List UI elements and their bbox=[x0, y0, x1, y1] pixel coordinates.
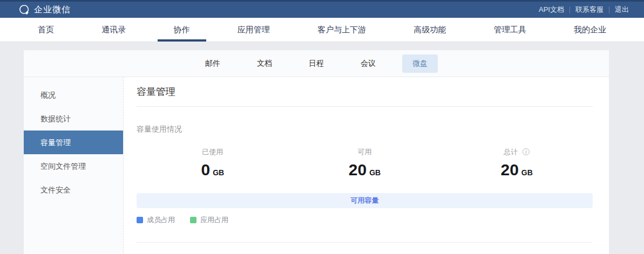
sidebar-item-space-file-management[interactable]: 空间文件管理 bbox=[24, 154, 123, 178]
api-docs-link[interactable]: API文档 bbox=[533, 5, 570, 15]
divider bbox=[137, 106, 593, 107]
stat-total-unit: GB bbox=[521, 168, 533, 177]
wecom-chat-bubble-icon bbox=[18, 4, 30, 16]
tab-meeting[interactable]: 会议 bbox=[350, 54, 386, 73]
tab-calendar[interactable]: 日程 bbox=[299, 54, 334, 73]
stat-total-label-text: 总计 bbox=[504, 148, 518, 156]
info-icon[interactable]: i bbox=[523, 148, 530, 155]
nav-item-collaboration[interactable]: 协作 bbox=[170, 18, 194, 42]
brand: 企业微信 bbox=[18, 4, 71, 16]
collaboration-subtabs: 邮件 文档 日程 会议 微盘 bbox=[24, 50, 609, 77]
topbar-links: API文档 联系客服 退出 bbox=[533, 5, 634, 15]
stat-total-value-row: 20GB bbox=[440, 161, 593, 179]
stat-used-value-row: 0GB bbox=[137, 161, 289, 179]
tab-mail[interactable]: 邮件 bbox=[195, 54, 231, 73]
content-card: 邮件 文档 日程 会议 微盘 概况 数据统计 容量管理 空间文件管理 文件安全 … bbox=[24, 50, 609, 254]
stat-used-label: 已使用 bbox=[137, 147, 289, 157]
nav-item-customers[interactable]: 客户与上下游 bbox=[313, 18, 370, 42]
divider bbox=[137, 242, 593, 243]
app-usage-swatch bbox=[190, 217, 196, 223]
tab-drive[interactable]: 微盘 bbox=[402, 54, 438, 73]
app-usage-label: 应用占用 bbox=[200, 215, 228, 225]
stat-used-unit: GB bbox=[213, 168, 224, 177]
logout-link[interactable]: 退出 bbox=[609, 5, 634, 15]
topbar: 企业微信 API文档 联系客服 退出 bbox=[0, 0, 644, 18]
member-usage-swatch bbox=[137, 217, 143, 223]
stat-total-value: 20 bbox=[500, 161, 518, 179]
member-usage-label: 成员占用 bbox=[147, 215, 175, 225]
stat-used: 已使用 0GB bbox=[137, 147, 289, 179]
stat-used-value: 0 bbox=[201, 161, 210, 179]
nav-item-admin-tools[interactable]: 管理工具 bbox=[490, 18, 531, 42]
brand-name: 企业微信 bbox=[34, 4, 71, 16]
capacity-bar-label: 可用容量 bbox=[351, 196, 379, 205]
sidebar-item-file-security[interactable]: 文件安全 bbox=[24, 178, 123, 202]
nav-item-my-company[interactable]: 我的企业 bbox=[570, 18, 611, 42]
capacity-legend: 成员占用 应用占用 bbox=[137, 215, 593, 225]
stat-available: 可用 20GB bbox=[289, 147, 441, 179]
stat-available-value: 20 bbox=[349, 161, 367, 179]
legend-item-app-usage: 应用占用 bbox=[190, 215, 228, 225]
card-body: 概况 数据统计 容量管理 空间文件管理 文件安全 容量管理 容量使用情况 已使用… bbox=[24, 77, 609, 253]
capacity-stats-row: 已使用 0GB 可用 20GB 总计 i bbox=[137, 147, 593, 179]
sidebar-item-overview[interactable]: 概况 bbox=[24, 83, 123, 107]
stat-available-value-row: 20GB bbox=[289, 161, 441, 179]
stat-available-label: 可用 bbox=[289, 147, 441, 157]
tab-docs[interactable]: 文档 bbox=[247, 54, 282, 73]
stat-total-label: 总计 i bbox=[440, 147, 593, 157]
capacity-usage-section-label: 容量使用情况 bbox=[137, 125, 593, 134]
sidebar-item-statistics[interactable]: 数据统计 bbox=[24, 107, 123, 131]
nav-item-app-management[interactable]: 应用管理 bbox=[233, 18, 274, 42]
capacity-management-panel: 容量管理 容量使用情况 已使用 0GB 可用 20GB bbox=[124, 77, 609, 253]
capacity-usage-bar: 可用容量 bbox=[137, 193, 593, 208]
stat-total: 总计 i 20GB bbox=[440, 147, 593, 179]
nav-item-home[interactable]: 首页 bbox=[33, 18, 58, 42]
nav-item-contacts[interactable]: 通讯录 bbox=[97, 18, 130, 42]
contact-support-link[interactable]: 联系客服 bbox=[570, 5, 609, 15]
stat-available-unit: GB bbox=[369, 168, 381, 177]
sidebar-item-capacity-management[interactable]: 容量管理 bbox=[24, 131, 123, 154]
nav-item-advanced-features[interactable]: 高级功能 bbox=[409, 18, 450, 42]
main-nav: 首页 通讯录 协作 应用管理 客户与上下游 高级功能 管理工具 我的企业 bbox=[0, 18, 644, 42]
drive-sidebar: 概况 数据统计 容量管理 空间文件管理 文件安全 bbox=[24, 77, 124, 253]
legend-item-member-usage: 成员占用 bbox=[137, 215, 175, 225]
page-title: 容量管理 bbox=[137, 86, 593, 98]
